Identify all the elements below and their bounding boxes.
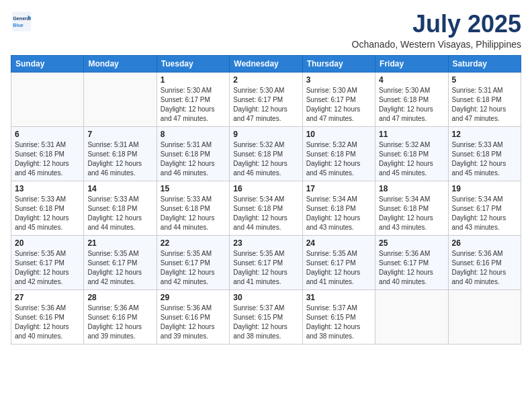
day-info: Sunrise: 5:35 AM Sunset: 6:17 PM Dayligh…	[87, 249, 152, 287]
location: Ochanado, Western Visayas, Philippines	[352, 39, 521, 50]
table-row: 24Sunrise: 5:35 AM Sunset: 6:17 PM Dayli…	[302, 235, 375, 289]
day-info: Sunrise: 5:37 AM Sunset: 6:15 PM Dayligh…	[306, 304, 371, 341]
table-row: 16Sunrise: 5:34 AM Sunset: 6:18 PM Dayli…	[230, 181, 302, 235]
calendar-table: Sunday Monday Tuesday Wednesday Thursday…	[11, 55, 521, 345]
table-row: 7Sunrise: 5:31 AM Sunset: 6:18 PM Daylig…	[84, 126, 157, 181]
day-info: Sunrise: 5:35 AM Sunset: 6:17 PM Dayligh…	[306, 249, 371, 287]
table-row: 18Sunrise: 5:34 AM Sunset: 6:18 PM Dayli…	[375, 181, 448, 235]
day-info: Sunrise: 5:31 AM Sunset: 6:18 PM Dayligh…	[87, 140, 152, 178]
day-info: Sunrise: 5:36 AM Sunset: 6:16 PM Dayligh…	[452, 249, 517, 287]
day-info: Sunrise: 5:36 AM Sunset: 6:16 PM Dayligh…	[87, 304, 152, 341]
table-row: 6Sunrise: 5:31 AM Sunset: 6:18 PM Daylig…	[11, 126, 84, 181]
col-thursday: Thursday	[302, 55, 375, 72]
day-number: 26	[452, 238, 517, 248]
day-number: 24	[306, 238, 371, 248]
day-info: Sunrise: 5:30 AM Sunset: 6:17 PM Dayligh…	[233, 86, 298, 124]
table-row: 3Sunrise: 5:30 AM Sunset: 6:17 PM Daylig…	[302, 72, 375, 126]
day-info: Sunrise: 5:34 AM Sunset: 6:18 PM Dayligh…	[306, 195, 371, 232]
day-info: Sunrise: 5:30 AM Sunset: 6:17 PM Dayligh…	[161, 86, 226, 124]
table-row: 22Sunrise: 5:35 AM Sunset: 6:17 PM Dayli…	[157, 235, 229, 289]
day-number: 18	[379, 184, 444, 193]
day-info: Sunrise: 5:35 AM Sunset: 6:17 PM Dayligh…	[233, 249, 298, 287]
table-row: 27Sunrise: 5:36 AM Sunset: 6:16 PM Dayli…	[11, 289, 84, 344]
day-number: 25	[379, 238, 444, 248]
table-row: 21Sunrise: 5:35 AM Sunset: 6:17 PM Dayli…	[84, 235, 157, 289]
day-info: Sunrise: 5:34 AM Sunset: 6:17 PM Dayligh…	[452, 195, 517, 232]
day-info: Sunrise: 5:33 AM Sunset: 6:18 PM Dayligh…	[15, 195, 80, 232]
day-info: Sunrise: 5:32 AM Sunset: 6:18 PM Dayligh…	[233, 140, 298, 178]
month-year: July 2025	[352, 11, 521, 38]
day-number: 6	[15, 130, 80, 139]
day-info: Sunrise: 5:31 AM Sunset: 6:18 PM Dayligh…	[15, 140, 80, 178]
calendar-week-row: 1Sunrise: 5:30 AM Sunset: 6:17 PM Daylig…	[11, 72, 521, 126]
day-info: Sunrise: 5:33 AM Sunset: 6:18 PM Dayligh…	[161, 195, 226, 232]
col-sunday: Sunday	[11, 55, 84, 72]
day-number: 17	[306, 184, 371, 193]
day-info: Sunrise: 5:36 AM Sunset: 6:17 PM Dayligh…	[379, 249, 444, 287]
day-info: Sunrise: 5:37 AM Sunset: 6:15 PM Dayligh…	[233, 304, 298, 341]
day-info: Sunrise: 5:33 AM Sunset: 6:18 PM Dayligh…	[452, 140, 517, 178]
table-row: 9Sunrise: 5:32 AM Sunset: 6:18 PM Daylig…	[230, 126, 302, 181]
day-number: 5	[452, 75, 517, 85]
table-row: 2Sunrise: 5:30 AM Sunset: 6:17 PM Daylig…	[230, 72, 302, 126]
table-row: 5Sunrise: 5:31 AM Sunset: 6:18 PM Daylig…	[448, 72, 521, 126]
day-number: 12	[452, 130, 517, 139]
table-row	[84, 72, 157, 126]
day-info: Sunrise: 5:34 AM Sunset: 6:18 PM Dayligh…	[233, 195, 298, 232]
day-number: 7	[87, 130, 152, 139]
calendar-week-row: 13Sunrise: 5:33 AM Sunset: 6:18 PM Dayli…	[11, 181, 521, 235]
day-info: Sunrise: 5:30 AM Sunset: 6:17 PM Dayligh…	[306, 86, 371, 124]
col-friday: Friday	[375, 55, 448, 72]
day-info: Sunrise: 5:35 AM Sunset: 6:17 PM Dayligh…	[15, 249, 80, 287]
day-info: Sunrise: 5:30 AM Sunset: 6:18 PM Dayligh…	[379, 86, 444, 124]
day-number: 30	[233, 293, 298, 302]
day-number: 2	[233, 75, 298, 85]
day-number: 3	[306, 75, 371, 85]
col-tuesday: Tuesday	[157, 55, 229, 72]
day-number: 19	[452, 184, 517, 193]
day-number: 31	[306, 293, 371, 302]
logo: General Blue	[11, 11, 32, 32]
svg-text:Blue: Blue	[13, 22, 24, 28]
day-info: Sunrise: 5:34 AM Sunset: 6:18 PM Dayligh…	[379, 195, 444, 232]
calendar-header-row: Sunday Monday Tuesday Wednesday Thursday…	[11, 55, 521, 72]
day-number: 27	[15, 293, 80, 302]
page-header: General Blue July 2025 Ochanado, Western…	[11, 11, 521, 50]
table-row: 26Sunrise: 5:36 AM Sunset: 6:16 PM Dayli…	[448, 235, 521, 289]
day-info: Sunrise: 5:31 AM Sunset: 6:18 PM Dayligh…	[161, 140, 226, 178]
col-monday: Monday	[84, 55, 157, 72]
table-row: 1Sunrise: 5:30 AM Sunset: 6:17 PM Daylig…	[157, 72, 229, 126]
day-number: 13	[15, 184, 80, 193]
col-wednesday: Wednesday	[230, 55, 302, 72]
day-info: Sunrise: 5:31 AM Sunset: 6:18 PM Dayligh…	[452, 86, 517, 124]
day-number: 28	[87, 293, 152, 302]
day-number: 10	[306, 130, 371, 139]
day-number: 11	[379, 130, 444, 139]
day-number: 23	[233, 238, 298, 248]
day-number: 9	[233, 130, 298, 139]
title-block: July 2025 Ochanado, Western Visayas, Phi…	[352, 11, 521, 50]
table-row: 8Sunrise: 5:31 AM Sunset: 6:18 PM Daylig…	[157, 126, 229, 181]
day-number: 14	[87, 184, 152, 193]
day-info: Sunrise: 5:33 AM Sunset: 6:18 PM Dayligh…	[87, 195, 152, 232]
table-row: 10Sunrise: 5:32 AM Sunset: 6:18 PM Dayli…	[302, 126, 375, 181]
day-info: Sunrise: 5:32 AM Sunset: 6:18 PM Dayligh…	[379, 140, 444, 178]
day-number: 4	[379, 75, 444, 85]
table-row: 29Sunrise: 5:36 AM Sunset: 6:16 PM Dayli…	[157, 289, 229, 344]
day-info: Sunrise: 5:36 AM Sunset: 6:16 PM Dayligh…	[15, 304, 80, 341]
calendar-week-row: 27Sunrise: 5:36 AM Sunset: 6:16 PM Dayli…	[11, 289, 521, 344]
logo-icon: General Blue	[11, 11, 32, 32]
table-row: 17Sunrise: 5:34 AM Sunset: 6:18 PM Dayli…	[302, 181, 375, 235]
table-row: 4Sunrise: 5:30 AM Sunset: 6:18 PM Daylig…	[375, 72, 448, 126]
day-number: 1	[161, 75, 226, 85]
table-row: 11Sunrise: 5:32 AM Sunset: 6:18 PM Dayli…	[375, 126, 448, 181]
table-row: 12Sunrise: 5:33 AM Sunset: 6:18 PM Dayli…	[448, 126, 521, 181]
table-row: 25Sunrise: 5:36 AM Sunset: 6:17 PM Dayli…	[375, 235, 448, 289]
day-info: Sunrise: 5:36 AM Sunset: 6:16 PM Dayligh…	[161, 304, 226, 341]
table-row: 23Sunrise: 5:35 AM Sunset: 6:17 PM Dayli…	[230, 235, 302, 289]
day-number: 29	[161, 293, 226, 302]
day-number: 22	[161, 238, 226, 248]
table-row: 20Sunrise: 5:35 AM Sunset: 6:17 PM Dayli…	[11, 235, 84, 289]
table-row: 13Sunrise: 5:33 AM Sunset: 6:18 PM Dayli…	[11, 181, 84, 235]
calendar-week-row: 20Sunrise: 5:35 AM Sunset: 6:17 PM Dayli…	[11, 235, 521, 289]
